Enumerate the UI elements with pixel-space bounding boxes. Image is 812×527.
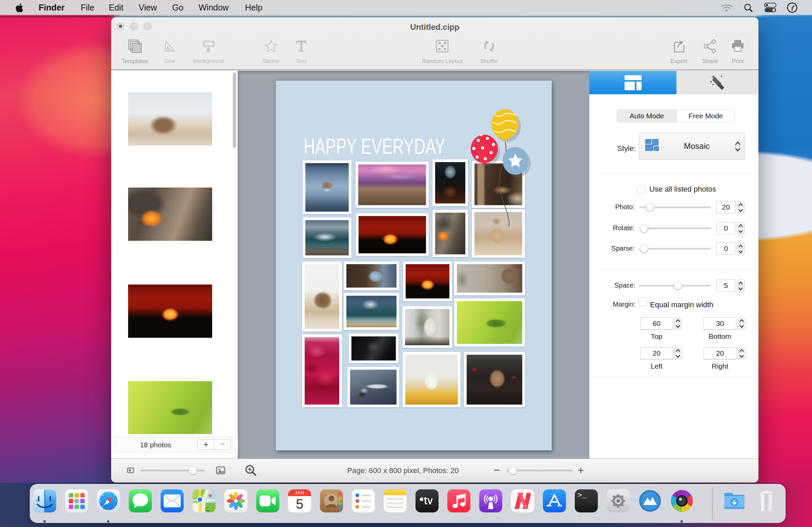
svg-text:280: 280 (206, 507, 210, 510)
